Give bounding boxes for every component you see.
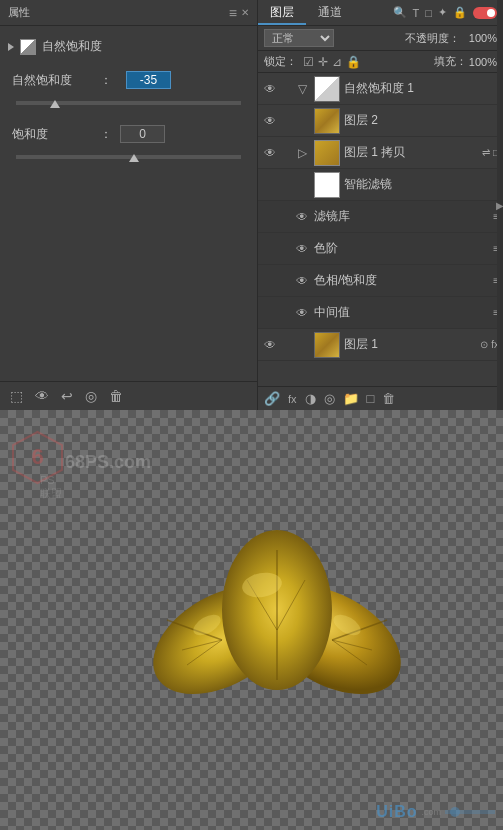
layers-mask-btn[interactable]: ◑ [305, 391, 316, 406]
layer-expand-copy[interactable]: ▷ [298, 146, 310, 160]
layer-eye-huesat[interactable]: 👁 [294, 274, 310, 288]
layer-item-median[interactable]: 👁 中间值 ≡ [258, 297, 503, 329]
layers-search-icon[interactable]: 🔍 [393, 6, 407, 19]
svg-text:6: 6 [31, 444, 43, 469]
svg-point-18 [450, 807, 460, 817]
layers-lock-row: 锁定： ☑ ✛ ⊿ 🔒 填充： 100% [258, 51, 503, 73]
properties-menu-icon[interactable]: ≡ [229, 5, 237, 21]
saturation-label: 饱和度 [12, 126, 92, 143]
props-icon-delete[interactable]: 🗑 [109, 388, 123, 404]
layers-bottom-bar: 🔗 fx ◑ ◎ 📁 □ 🗑 [258, 386, 503, 410]
layer-eye-filtergallery[interactable]: 👁 [294, 210, 310, 224]
layer-fxlink-icon[interactable]: ⊙ [480, 339, 488, 350]
layer-eye-copy[interactable]: 👁 [262, 146, 278, 160]
layer-expand-vibrance[interactable]: ▽ [298, 82, 310, 96]
layer-link-icon-copy[interactable]: ⇌ [482, 147, 490, 158]
prop-expand-triangle[interactable] [8, 43, 14, 51]
layer-eye-levels[interactable]: 👁 [294, 242, 310, 256]
layers-fx-btn[interactable]: fx [288, 393, 297, 405]
lock-label: 锁定： [264, 54, 297, 69]
layer-name-smartfilter: 智能滤镜 [344, 176, 499, 193]
layer-thumb-vibrance [314, 76, 340, 102]
layer-item-vibrance[interactable]: 👁 ▽ 自然饱和度 1 [258, 73, 503, 105]
vibrance-slider-row [8, 97, 249, 105]
tab-layers[interactable]: 图层 [258, 0, 306, 25]
uibo-logo-text: UiBo [376, 803, 417, 821]
layer-item-levels[interactable]: 👁 色阶 ≡ [258, 233, 503, 265]
uibo-decoration [445, 802, 495, 822]
saturation-slider-row [8, 151, 249, 159]
props-icon-reset[interactable]: ↩ [61, 388, 73, 404]
layer-item-copy[interactable]: 👁 ▷ 图层 1 拷贝 ⇌ □ [258, 137, 503, 169]
layer-eye-median[interactable]: 👁 [294, 306, 310, 320]
layers-adjustment-btn[interactable]: ◎ [324, 391, 335, 406]
layer-name-vibrance: 自然饱和度 1 [344, 80, 499, 97]
vibrance-slider-track[interactable] [16, 101, 241, 105]
prop-section-header: 自然饱和度 [8, 34, 249, 59]
layer-thumb-1 [314, 332, 340, 358]
layers-new-btn[interactable]: □ [367, 391, 375, 406]
layers-delete-btn[interactable]: 🗑 [382, 391, 395, 406]
opacity-label: 不透明度： [405, 31, 460, 46]
layers-list: 👁 ▽ 自然饱和度 1 👁 图层 2 👁 ▷ 图层 1 拷贝 [258, 73, 503, 386]
bottom-watermark: UiBo .com [376, 802, 495, 822]
layers-tabs: 图层 通道 🔍 T □ ✦ 🔒 [258, 0, 503, 26]
layer-thumb-smartfilter [314, 172, 340, 198]
prop-adjustment-icon [20, 39, 36, 55]
layer-name-filtergallery: 滤镜库 [314, 208, 489, 225]
blend-mode-select[interactable]: 正常 [264, 29, 334, 47]
lock-icons: ☑ ✛ ⊿ 🔒 [303, 55, 361, 69]
properties-header: 属性 ≡ ✕ [0, 0, 257, 26]
saturation-value[interactable]: 0 [120, 125, 165, 143]
layers-filter-icon-t[interactable]: T [413, 7, 420, 19]
layer-item-smartfilter[interactable]: 智能滤镜 [258, 169, 503, 201]
gold-leaf-svg [137, 510, 417, 730]
layer-item-huesaturation[interactable]: 👁 色相/饱和度 ≡ [258, 265, 503, 297]
props-icon-clip[interactable]: ⬚ [10, 388, 23, 404]
layers-group-btn[interactable]: 📁 [343, 391, 359, 406]
layer-item-1[interactable]: 👁 图层 1 ⊙ fx [258, 329, 503, 361]
vibrance-slider-thumb[interactable] [50, 100, 60, 108]
fill-value[interactable]: 100% [469, 56, 497, 68]
layers-panel: 图层 通道 🔍 T □ ✦ 🔒 正常 不透明度： 100% [258, 0, 503, 410]
layers-filter-icon-lock[interactable]: 🔒 [453, 6, 467, 19]
watermark-name-text: PS联盟 [40, 474, 65, 501]
layers-link-btn[interactable]: 🔗 [264, 391, 280, 406]
layers-filter-icon-star[interactable]: ✦ [438, 6, 447, 19]
layer-eye-1[interactable]: 👁 [262, 338, 278, 352]
layers-filter-icon-rect[interactable]: □ [425, 7, 432, 19]
layer-item-2[interactable]: 👁 图层 2 [258, 105, 503, 137]
layer-name-copy: 图层 1 拷贝 [344, 144, 478, 161]
properties-content: 自然饱和度 自然饱和度 ： -35 饱和度 ： 0 [0, 26, 257, 381]
canvas-area: 6 68PS.com PS联盟 [0, 410, 503, 830]
fill-label: 填充： [434, 54, 467, 69]
props-icon-eye[interactable]: 👁 [35, 388, 49, 404]
vibrance-value[interactable]: -35 [126, 71, 171, 89]
right-collapse-btn[interactable]: ▶ [497, 0, 503, 410]
properties-title: 属性 [8, 5, 30, 20]
saturation-row: 饱和度 ： 0 [8, 125, 249, 143]
uibo-sub-text: .com [421, 807, 441, 817]
opacity-value[interactable]: 100% [462, 32, 497, 44]
saturation-slider-track[interactable] [16, 155, 241, 159]
properties-title-text: 属性 [8, 5, 30, 20]
layer-eye-2[interactable]: 👁 [262, 114, 278, 128]
lock-icon-lock[interactable]: 🔒 [346, 55, 361, 69]
layer-name-1: 图层 1 [344, 336, 476, 353]
layer-name-median: 中间值 [314, 304, 489, 321]
lock-icon-angle[interactable]: ⊿ [332, 55, 342, 69]
saturation-slider-thumb[interactable] [129, 154, 139, 162]
props-icon-view[interactable]: ◎ [85, 388, 97, 404]
layer-thumb-copy [314, 140, 340, 166]
vibrance-colon: ： [100, 72, 112, 89]
tab-channels[interactable]: 通道 [306, 0, 354, 25]
layer-name-huesat: 色相/饱和度 [314, 272, 489, 289]
layer-item-filtergallery[interactable]: 👁 滤镜库 ≡ [258, 201, 503, 233]
layer-name-levels: 色阶 [314, 240, 489, 257]
layer-eye-vibrance[interactable]: 👁 [262, 82, 278, 96]
lock-icon-move[interactable]: ✛ [318, 55, 328, 69]
layers-filter-toggle[interactable] [473, 7, 497, 19]
lock-icon-check[interactable]: ☑ [303, 55, 314, 69]
opacity-group: 不透明度： 100% [405, 31, 497, 46]
properties-collapse-icon[interactable]: ✕ [241, 7, 249, 18]
